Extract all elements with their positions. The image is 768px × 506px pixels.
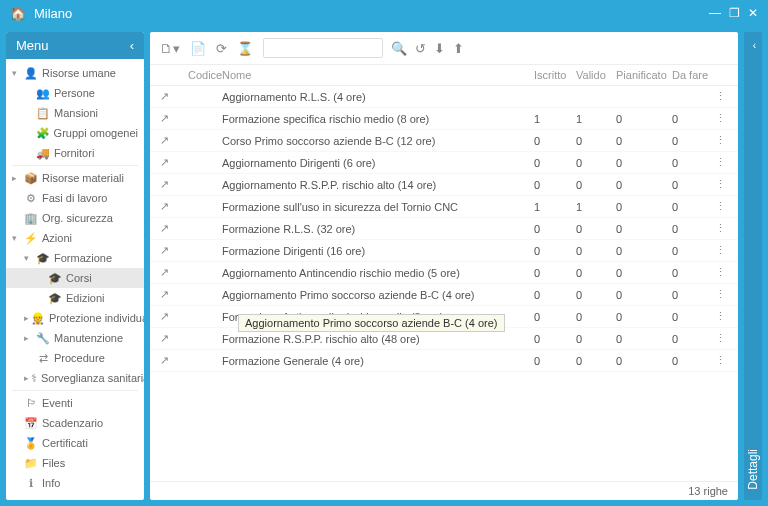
col-code[interactable]: Codice <box>188 69 222 81</box>
sidebar-item[interactable]: ▾🎓Formazione <box>6 248 144 268</box>
table-row[interactable]: ↗Aggiornamento Primo soccorso aziende B-… <box>150 284 738 306</box>
row-menu-icon[interactable]: ⋮ <box>712 354 728 367</box>
maximize-button[interactable]: ❐ <box>729 6 740 20</box>
row-menu-icon[interactable]: ⋮ <box>712 200 728 213</box>
table-row[interactable]: ↗Formazione sull'uso in sicurezza del To… <box>150 196 738 218</box>
cell-name: Aggiornamento R.S.P.P. rischio alto (14 … <box>222 179 534 191</box>
open-icon[interactable]: ↗ <box>160 90 188 103</box>
details-label: Dettagli <box>746 449 760 490</box>
caret-icon: ▸ <box>24 311 29 325</box>
sidebar-item[interactable]: ▾⚡Azioni <box>6 228 144 248</box>
details-panel-collapsed[interactable]: ‹ Dettagli <box>744 32 762 500</box>
open-icon[interactable]: ↗ <box>160 354 188 367</box>
sidebar-item-label: Fasi di lavoro <box>42 191 107 205</box>
cell-valido: 0 <box>576 179 616 191</box>
open-icon[interactable]: ↗ <box>160 244 188 257</box>
filter-button[interactable]: ⌛ <box>237 41 253 56</box>
cell-dafare: 0 <box>672 113 712 125</box>
cell-name: Corso Primo soccorso aziende B-C (12 ore… <box>222 135 534 147</box>
history-icon[interactable]: ↺ <box>415 41 426 56</box>
item-icon: 👤 <box>24 66 38 80</box>
row-menu-icon[interactable]: ⋮ <box>712 178 728 191</box>
open-icon[interactable]: ↗ <box>160 332 188 345</box>
item-icon: 📋 <box>36 106 50 120</box>
sidebar-item[interactable]: ⚙Fasi di lavoro <box>6 188 144 208</box>
col-name[interactable]: Nome <box>222 69 534 81</box>
col-dafare[interactable]: Da fare <box>672 69 712 81</box>
sidebar-item[interactable]: ⇄Procedure <box>6 348 144 368</box>
col-iscritto[interactable]: Iscritto <box>534 69 576 81</box>
cell-dafare: 0 <box>672 223 712 235</box>
col-pianificato[interactable]: Pianificato <box>616 69 672 81</box>
cell-name: Formazione R.S.P.P. rischio alto (48 ore… <box>222 333 534 345</box>
minimize-button[interactable]: — <box>709 6 721 20</box>
refresh-button[interactable]: ⟳ <box>216 41 227 56</box>
row-menu-icon[interactable]: ⋮ <box>712 156 728 169</box>
table-row[interactable]: ↗Aggiornamento R.L.S. (4 ore)⋮ <box>150 86 738 108</box>
table-row[interactable]: ↗Formazione Antincendio rischio medio (8… <box>150 306 738 328</box>
table-row[interactable]: ↗Formazione Generale (4 ore)0000⋮ <box>150 350 738 372</box>
table-row[interactable]: ↗Corso Primo soccorso aziende B-C (12 or… <box>150 130 738 152</box>
row-menu-icon[interactable]: ⋮ <box>712 134 728 147</box>
new-button[interactable]: 🗋▾ <box>160 41 180 56</box>
home-icon[interactable]: 🏠 <box>10 6 26 21</box>
table-row[interactable]: ↗Aggiornamento Dirigenti (6 ore)0000⋮ <box>150 152 738 174</box>
sidebar-item[interactable]: 📋Mansioni <box>6 103 144 123</box>
open-icon[interactable]: ↗ <box>160 134 188 147</box>
open-icon[interactable]: ↗ <box>160 112 188 125</box>
sidebar-item[interactable]: ▸📦Risorse materiali <box>6 168 144 188</box>
copy-button[interactable]: 📄 <box>190 41 206 56</box>
caret-icon: ▸ <box>24 331 34 345</box>
caret-icon: ▾ <box>24 251 34 265</box>
row-menu-icon[interactable]: ⋮ <box>712 288 728 301</box>
sidebar-item[interactable]: ▾👤Risorse umane <box>6 63 144 83</box>
item-icon: 🏳 <box>24 396 38 410</box>
sidebar-item[interactable]: 📅Scadenzario <box>6 413 144 433</box>
table-row[interactable]: ↗Aggiornamento Antincendio rischio medio… <box>150 262 738 284</box>
chevron-left-icon[interactable]: ‹ <box>130 38 134 53</box>
open-icon[interactable]: ↗ <box>160 310 188 323</box>
row-menu-icon[interactable]: ⋮ <box>712 222 728 235</box>
sidebar-item[interactable]: 👥Persone <box>6 83 144 103</box>
sidebar-header[interactable]: Menu ‹ <box>6 32 144 59</box>
sidebar-item[interactable]: ▸🔧Manutenzione <box>6 328 144 348</box>
sidebar-item[interactable]: 🏅Certificati <box>6 433 144 453</box>
close-button[interactable]: ✕ <box>748 6 758 20</box>
sidebar-item[interactable]: ▸👷Protezione individuale <box>6 308 144 328</box>
sidebar-item[interactable]: ℹInfo <box>6 473 144 493</box>
col-valido[interactable]: Valido <box>576 69 616 81</box>
row-menu-icon[interactable]: ⋮ <box>712 332 728 345</box>
sidebar-item-label: Corsi <box>66 271 92 285</box>
open-icon[interactable]: ↗ <box>160 222 188 235</box>
row-menu-icon[interactable]: ⋮ <box>712 244 728 257</box>
sidebar-item[interactable]: 🎓Edizioni <box>6 288 144 308</box>
open-icon[interactable]: ↗ <box>160 288 188 301</box>
row-menu-icon[interactable]: ⋮ <box>712 266 728 279</box>
table-row[interactable]: ↗Aggiornamento R.S.P.P. rischio alto (14… <box>150 174 738 196</box>
row-menu-icon[interactable]: ⋮ <box>712 112 728 125</box>
sidebar-item[interactable]: 🏢Org. sicurezza <box>6 208 144 228</box>
sidebar-item[interactable]: 📁Files <box>6 453 144 473</box>
cell-pianificato: 0 <box>616 311 672 323</box>
sidebar-item[interactable]: ▸⚕Sorveglianza sanitaria <box>6 368 144 388</box>
open-icon[interactable]: ↗ <box>160 266 188 279</box>
download-icon[interactable]: ⬇ <box>434 41 445 56</box>
table-row[interactable]: ↗Formazione specifica rischio medio (8 o… <box>150 108 738 130</box>
table-row[interactable]: ↗Formazione R.S.P.P. rischio alto (48 or… <box>150 328 738 350</box>
open-icon[interactable]: ↗ <box>160 178 188 191</box>
search-input[interactable] <box>263 38 383 58</box>
row-menu-icon[interactable]: ⋮ <box>712 310 728 323</box>
cell-valido: 0 <box>576 311 616 323</box>
cell-pianificato: 0 <box>616 113 672 125</box>
table-row[interactable]: ↗Formazione Dirigenti (16 ore)0000⋮ <box>150 240 738 262</box>
open-icon[interactable]: ↗ <box>160 200 188 213</box>
search-icon[interactable]: 🔍 <box>391 41 407 56</box>
sidebar-item[interactable]: 🎓Corsi <box>6 268 144 288</box>
row-menu-icon[interactable]: ⋮ <box>712 90 728 103</box>
sidebar-item[interactable]: 🏳Eventi <box>6 393 144 413</box>
upload-icon[interactable]: ⬆ <box>453 41 464 56</box>
open-icon[interactable]: ↗ <box>160 156 188 169</box>
sidebar-item[interactable]: 🧩Gruppi omogenei <box>6 123 144 143</box>
table-row[interactable]: ↗Formazione R.L.S. (32 ore)0000⋮ <box>150 218 738 240</box>
sidebar-item[interactable]: 🚚Fornitori <box>6 143 144 163</box>
